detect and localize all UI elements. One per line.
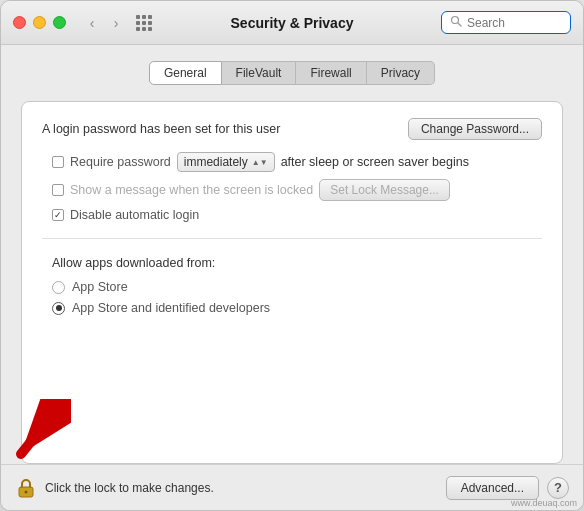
app-store-radio[interactable]: [52, 281, 65, 294]
help-button[interactable]: ?: [547, 477, 569, 499]
grid-button[interactable]: [134, 13, 154, 33]
forward-button[interactable]: ›: [106, 13, 126, 33]
traffic-lights: [13, 16, 66, 29]
titlebar: ‹ › Security & Privacy: [1, 1, 583, 45]
immediately-value: immediately: [184, 155, 248, 169]
advanced-button[interactable]: Advanced...: [446, 476, 539, 500]
login-password-row: A login password has been set for this u…: [42, 118, 542, 140]
svg-line-1: [458, 23, 461, 26]
tab-general[interactable]: General: [149, 61, 222, 85]
set-lock-message-button[interactable]: Set Lock Message...: [319, 179, 450, 201]
app-store-radio-row: App Store: [42, 280, 542, 294]
require-password-row: Require password immediately ▲▼ after sl…: [42, 152, 542, 172]
immediately-dropdown[interactable]: immediately ▲▼: [177, 152, 275, 172]
bottom-bar: Click the lock to make changes. Advanced…: [1, 464, 583, 510]
search-input[interactable]: [467, 16, 562, 30]
bottom-right: Advanced... ?: [446, 476, 569, 500]
app-store-identified-radio-row: App Store and identified developers: [42, 301, 542, 315]
tab-filevault[interactable]: FileVault: [222, 61, 297, 85]
show-message-checkbox[interactable]: [52, 184, 64, 196]
change-password-button[interactable]: Change Password...: [408, 118, 542, 140]
login-password-text: A login password has been set for this u…: [42, 122, 280, 136]
tabs-bar: General FileVault Firewall Privacy: [21, 61, 563, 85]
require-password-checkbox[interactable]: [52, 156, 64, 168]
app-store-identified-label: App Store and identified developers: [72, 301, 270, 315]
search-icon: [450, 15, 462, 30]
allow-apps-label: Allow apps downloaded from:: [52, 256, 215, 270]
close-button[interactable]: [13, 16, 26, 29]
content-area: General FileVault Firewall Privacy A log…: [1, 45, 583, 464]
svg-point-5: [25, 490, 28, 493]
disable-autologin-checkbox[interactable]: [52, 209, 64, 221]
svg-point-0: [452, 17, 459, 24]
maximize-button[interactable]: [53, 16, 66, 29]
lock-text: Click the lock to make changes.: [45, 481, 214, 495]
nav-buttons: ‹ ›: [82, 13, 126, 33]
general-panel: A login password has been set for this u…: [21, 101, 563, 464]
tab-privacy[interactable]: Privacy: [367, 61, 435, 85]
disable-autologin-label: Disable automatic login: [70, 208, 199, 222]
search-box[interactable]: [441, 11, 571, 34]
app-store-label: App Store: [72, 280, 128, 294]
tab-firewall[interactable]: Firewall: [296, 61, 366, 85]
lock-icon[interactable]: [15, 477, 37, 499]
back-button[interactable]: ‹: [82, 13, 102, 33]
minimize-button[interactable]: [33, 16, 46, 29]
main-window: ‹ › Security & Privacy General: [0, 0, 584, 511]
after-sleep-label: after sleep or screen saver begins: [281, 155, 469, 169]
require-password-label: Require password: [70, 155, 171, 169]
watermark: www.deuaq.com: [511, 498, 577, 508]
dropdown-arrow-icon: ▲▼: [252, 158, 268, 167]
disable-autologin-row: Disable automatic login: [42, 208, 542, 222]
show-message-row: Show a message when the screen is locked…: [42, 179, 542, 201]
divider: [42, 238, 542, 239]
app-store-identified-radio[interactable]: [52, 302, 65, 315]
grid-icon: [136, 15, 152, 31]
window-title: Security & Privacy: [231, 15, 354, 31]
lock-container: Click the lock to make changes.: [15, 477, 214, 499]
show-message-label: Show a message when the screen is locked: [70, 183, 313, 197]
